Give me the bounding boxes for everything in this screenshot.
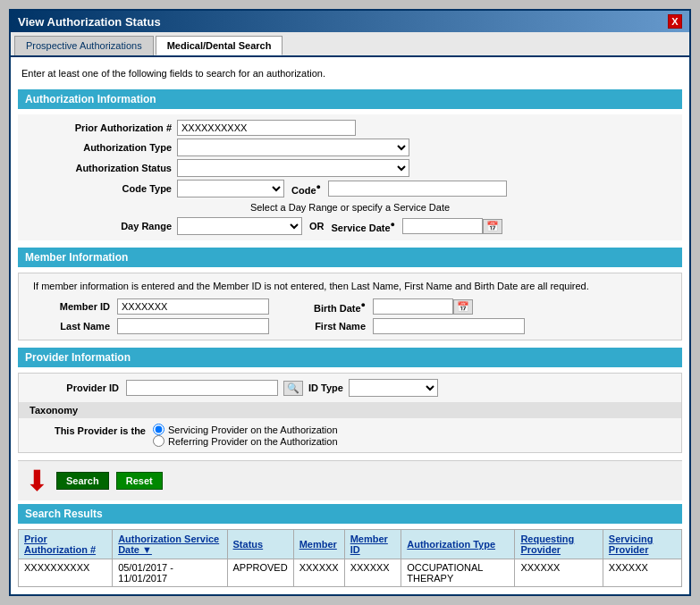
view-authorization-status-window: View Authorization Status X Prospective … xyxy=(9,9,691,596)
auth-type-label: Authorization Type xyxy=(29,142,172,153)
auth-info-body: Prior Authorization # Authorization Type… xyxy=(18,114,682,240)
col-status-link[interactable]: Status xyxy=(233,539,264,550)
window-title: View Authorization Status xyxy=(18,15,161,29)
col-servicing-provider-link[interactable]: Servicing Provider xyxy=(609,534,654,555)
prior-auth-input[interactable] xyxy=(177,120,356,136)
cell-requesting-provider: XXXXXX xyxy=(515,559,603,587)
search-results-section: Search Results Prior Authorization # Aut… xyxy=(18,504,682,587)
prior-auth-value-row xyxy=(177,120,671,136)
last-name-input-wrap xyxy=(117,318,278,334)
code-type-label: Code Type xyxy=(29,183,172,194)
auth-type-value-row xyxy=(177,139,671,156)
birth-date-label: Birth Date● xyxy=(285,300,366,314)
tab-medical-dental-search[interactable]: Medical/Dental Search xyxy=(156,36,283,55)
auth-status-label: Authorization Status xyxy=(29,163,172,173)
birth-date-calendar-icon[interactable]: 📅 xyxy=(453,299,473,315)
member-info-note: If member information is entered and the… xyxy=(30,279,670,293)
code-circle-icon: ● xyxy=(316,182,321,191)
col-member-id: Member ID xyxy=(344,530,401,559)
tab-prospective-authorizations[interactable]: Prospective Authorizations xyxy=(14,36,154,55)
taxonomy-label: Taxonomy xyxy=(30,405,78,416)
provider-fields-grid: Provider ID 🔍 ID Type xyxy=(19,374,681,402)
last-name-input[interactable] xyxy=(117,318,269,334)
col-auth-service-date-link[interactable]: Authorization Service Date ▼ xyxy=(118,534,219,555)
provider-search-icon[interactable]: 🔍 xyxy=(283,381,303,396)
col-prior-auth: Prior Authorization # xyxy=(19,530,113,559)
code-type-select[interactable] xyxy=(177,180,284,197)
search-results-header: Search Results xyxy=(18,504,682,524)
col-auth-type-link[interactable]: Authorization Type xyxy=(407,539,495,550)
reset-button[interactable]: Reset xyxy=(116,472,163,490)
or-text: OR xyxy=(309,221,325,231)
close-button[interactable]: X xyxy=(668,14,682,29)
cell-servicing-provider: XXXXXX xyxy=(603,559,681,587)
this-provider-label: This Provider is the xyxy=(30,424,146,436)
auth-status-select[interactable] xyxy=(177,159,409,177)
radio-referring-input[interactable] xyxy=(153,435,164,447)
table-row: XXXXXXXXXX 05/01/2017 - 11/01/2017 APPRO… xyxy=(19,559,682,587)
member-id-input[interactable] xyxy=(117,298,269,315)
member-info-header: Member Information xyxy=(18,248,682,267)
service-date-label: Service Date● xyxy=(332,220,395,233)
day-range-label: Day Range xyxy=(29,221,172,231)
this-provider-row: This Provider is the Servicing Provider … xyxy=(19,418,681,452)
col-requesting-provider: Requesting Provider xyxy=(515,530,603,559)
auth-info-header: Authorization Information xyxy=(18,89,682,109)
radio-servicing-input[interactable] xyxy=(153,424,164,435)
col-requesting-provider-link[interactable]: Requesting Provider xyxy=(520,534,574,555)
red-arrow-icon: ⬇ xyxy=(25,466,49,495)
member-id-label: Member ID xyxy=(30,301,110,312)
title-bar: View Authorization Status X xyxy=(11,11,689,32)
col-servicing-provider: Servicing Provider xyxy=(603,530,681,559)
service-date-input[interactable] xyxy=(402,218,483,234)
id-type-select[interactable] xyxy=(349,379,438,397)
provider-radio-group: Servicing Provider on the Authorization … xyxy=(153,424,670,447)
col-member: Member xyxy=(293,530,344,559)
prior-auth-label: Prior Authorization # xyxy=(29,122,172,133)
provider-info-section: Provider Information Provider ID 🔍 ID Ty… xyxy=(18,348,682,453)
cell-auth-type: OCCUPATIONAL THERAPY xyxy=(401,559,515,587)
service-date-calendar-icon[interactable]: 📅 xyxy=(483,219,502,234)
cell-member-id: XXXXXX xyxy=(344,559,401,587)
last-name-label: Last Name xyxy=(30,321,110,332)
this-provider-grid: This Provider is the Servicing Provider … xyxy=(30,424,670,447)
cell-prior-auth: XXXXXXXXXX xyxy=(19,559,113,587)
radio-servicing: Servicing Provider on the Authorization xyxy=(153,424,670,435)
service-date-circle-icon: ● xyxy=(391,220,395,229)
birth-date-circle-icon: ● xyxy=(361,300,366,309)
auth-info-section: Authorization Information Prior Authoriz… xyxy=(18,89,682,240)
button-row: ⬇ Search Reset xyxy=(18,460,682,500)
col-auth-type: Authorization Type xyxy=(401,530,515,559)
day-range-service-date-row: OR Service Date● 📅 xyxy=(177,217,671,235)
search-instruction: Enter at least one of the following fiel… xyxy=(18,64,682,82)
member-id-input-wrap xyxy=(117,298,278,315)
birth-date-input[interactable] xyxy=(373,298,453,315)
col-prior-auth-link[interactable]: Prior Authorization # xyxy=(24,534,96,555)
tab-bar: Prospective Authorizations Medical/Denta… xyxy=(11,32,689,57)
first-name-input[interactable] xyxy=(373,318,525,334)
provider-info-header: Provider Information xyxy=(18,348,682,367)
col-auth-service-date: Authorization Service Date ▼ xyxy=(113,530,227,559)
search-button[interactable]: Search xyxy=(56,472,109,490)
col-member-id-link[interactable]: Member ID xyxy=(350,534,388,555)
day-range-select[interactable] xyxy=(177,217,302,235)
provider-id-input[interactable] xyxy=(126,380,278,396)
radio-servicing-label: Servicing Provider on the Authorization xyxy=(168,424,338,435)
col-member-link[interactable]: Member xyxy=(299,539,337,550)
first-name-label: First Name xyxy=(285,321,366,332)
member-info-section: Member Information If member information… xyxy=(18,248,682,340)
cell-member: XXXXXX xyxy=(293,559,344,587)
results-table: Prior Authorization # Authorization Serv… xyxy=(18,529,682,587)
member-info-body: If member information is entered and the… xyxy=(18,273,682,340)
code-type-code-row: Code● xyxy=(177,180,671,197)
col-status: Status xyxy=(227,530,293,559)
auth-type-select[interactable] xyxy=(177,139,409,156)
code-input[interactable] xyxy=(328,181,507,197)
service-date-input-group: 📅 xyxy=(402,218,502,234)
code-label: Code● xyxy=(291,182,321,196)
taxonomy-row: Taxonomy xyxy=(19,402,681,418)
main-content: Enter at least one of the following fiel… xyxy=(11,57,689,594)
provider-info-body: Provider ID 🔍 ID Type Taxonomy xyxy=(18,373,682,453)
first-name-input-wrap xyxy=(373,318,670,334)
cell-status: APPROVED xyxy=(227,559,293,587)
